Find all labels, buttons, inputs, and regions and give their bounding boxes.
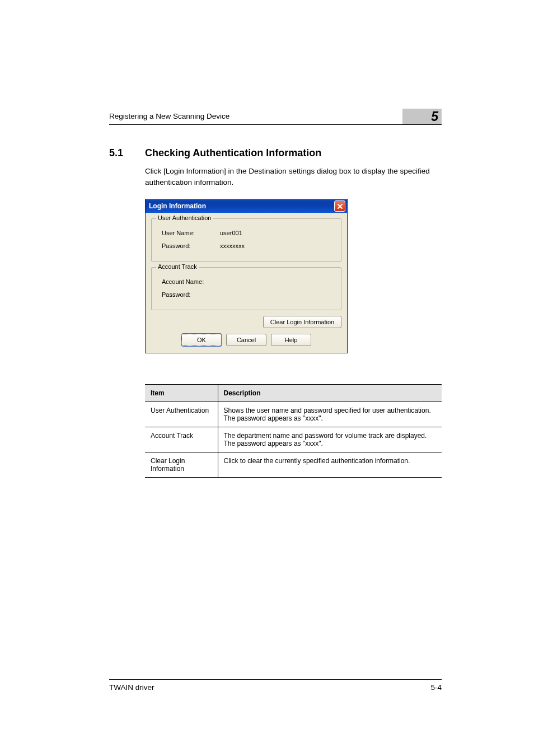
user-password-label: Password: — [158, 242, 220, 249]
section-title: Checking Authentication Information — [145, 147, 321, 159]
footer-product: TWAIN driver — [109, 683, 154, 692]
user-password-value: xxxxxxxx — [220, 242, 245, 249]
description-table: Item Description User Authentication Sho… — [145, 384, 442, 478]
section-heading: 5.1 Checking Authentication Information — [109, 147, 442, 159]
dialog-body: User Authentication User Name: user001 P… — [146, 213, 347, 353]
page: Registering a New Scanning Device 5 5.1 … — [0, 0, 534, 756]
header-rule — [109, 124, 442, 125]
table-cell-desc: Shows the user name and password specifi… — [218, 402, 442, 427]
group-legend-account-track: Account Track — [156, 263, 199, 270]
footer: TWAIN driver 5-4 — [109, 679, 442, 692]
account-password-row: Password: — [158, 289, 334, 300]
running-head: Registering a New Scanning Device 5 — [109, 112, 442, 125]
footer-row: TWAIN driver 5-4 — [109, 683, 442, 692]
user-name-label: User Name: — [158, 230, 220, 236]
account-track-group: Account Track Account Name: Password: — [151, 267, 341, 310]
table-cell-desc: Click to clear the currently specified a… — [218, 452, 442, 478]
table-cell-desc: The department name and password for vol… — [218, 427, 442, 452]
footer-rule — [109, 679, 442, 680]
table-row: Account Track The department name and pa… — [145, 427, 442, 452]
account-password-label: Password: — [158, 291, 220, 298]
clear-login-information-button[interactable]: Clear Login Information — [263, 316, 341, 328]
user-password-row: Password: xxxxxxxx — [158, 240, 334, 251]
footer-page-number: 5-4 — [430, 683, 442, 692]
dialog-button-row: OK Cancel Help — [151, 334, 341, 346]
account-name-row: Account Name: — [158, 276, 334, 287]
user-name-value: user001 — [220, 230, 242, 236]
user-name-row: User Name: user001 — [158, 227, 334, 239]
table-cell-item: User Authentication — [145, 402, 218, 427]
breadcrumb: Registering a New Scanning Device — [109, 112, 442, 124]
ok-button[interactable]: OK — [181, 334, 222, 346]
account-name-label: Account Name: — [158, 278, 220, 285]
chapter-badge: 5 — [402, 109, 442, 124]
table-cell-item: Clear Login Information — [145, 452, 218, 478]
help-button[interactable]: Help — [271, 334, 311, 346]
table-header-item: Item — [145, 385, 218, 402]
table-row: Clear Login Information Click to clear t… — [145, 452, 442, 478]
user-authentication-group: User Authentication User Name: user001 P… — [151, 218, 341, 262]
clear-button-row: Clear Login Information — [151, 316, 341, 328]
section-paragraph: Click [Login Information] in the Destina… — [145, 166, 442, 188]
section-number: 5.1 — [109, 147, 134, 159]
table-header-description: Description — [218, 385, 442, 402]
dialog-title: Login Information — [149, 202, 334, 210]
group-legend-user-auth: User Authentication — [156, 214, 213, 221]
table-cell-item: Account Track — [145, 427, 218, 452]
dialog-titlebar: Login Information — [146, 199, 347, 213]
login-information-dialog: Login Information User Authentication Us… — [145, 199, 348, 353]
cancel-button[interactable]: Cancel — [226, 334, 266, 346]
close-icon[interactable] — [334, 200, 345, 212]
table-header-row: Item Description — [145, 385, 442, 402]
table-row: User Authentication Shows the user name … — [145, 402, 442, 427]
